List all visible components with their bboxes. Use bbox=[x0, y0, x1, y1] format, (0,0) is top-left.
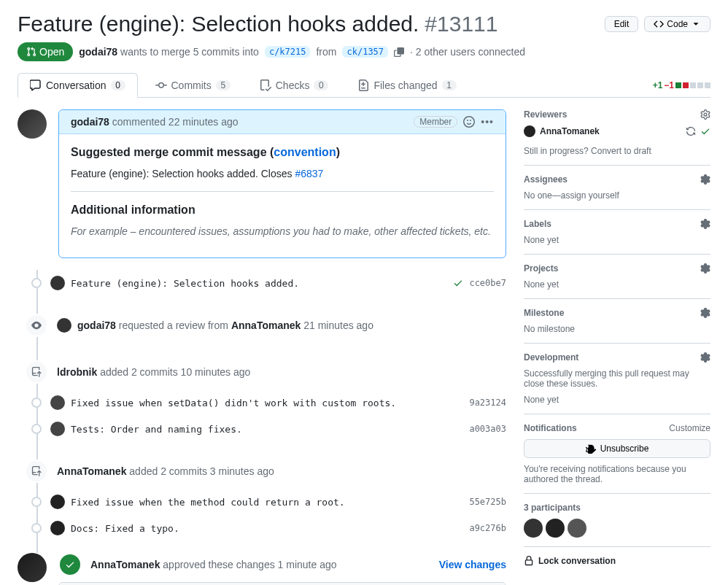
code-label: Code bbox=[667, 19, 688, 29]
tab-commits[interactable]: Commits 5 bbox=[144, 73, 242, 97]
state-badge: Open bbox=[18, 42, 73, 61]
avatar[interactable] bbox=[524, 125, 535, 137]
notifications-heading: Notifications bbox=[524, 423, 577, 433]
reviewer-name[interactable]: AnnaTomanek bbox=[540, 126, 600, 136]
review-author[interactable]: AnnaTomanek bbox=[90, 559, 160, 570]
review-target[interactable]: AnnaTomanek bbox=[231, 319, 301, 331]
comment-time[interactable]: 22 minutes ago bbox=[169, 116, 239, 128]
commit-message[interactable]: Fixed issue when the method could return… bbox=[71, 497, 345, 508]
additional-info-heading: Additional information bbox=[71, 204, 494, 217]
commit-message[interactable]: Feature (engine): Selection hooks added. bbox=[71, 278, 299, 289]
commit-hash[interactable]: 9a23124 bbox=[469, 398, 506, 408]
code-button[interactable]: Code bbox=[644, 16, 710, 32]
avatar[interactable] bbox=[57, 318, 71, 333]
member-badge: Member bbox=[414, 116, 457, 128]
notifications-desc: You're receiving notifications because y… bbox=[524, 464, 710, 484]
assign-yourself-link[interactable]: assign yourself bbox=[561, 190, 619, 201]
convert-draft-link[interactable]: Convert to draft bbox=[591, 146, 651, 156]
check-icon[interactable] bbox=[453, 278, 463, 288]
avatar[interactable] bbox=[524, 519, 543, 538]
commit-message-heading: Suggested merge commit message (conventi… bbox=[71, 146, 494, 159]
labels-none: None yet bbox=[524, 235, 710, 245]
gear-icon[interactable] bbox=[700, 109, 710, 120]
commit-message[interactable]: Docs: Fixed a typo. bbox=[71, 523, 179, 534]
gear-icon[interactable] bbox=[700, 263, 710, 274]
commit-hash[interactable]: a003a03 bbox=[469, 424, 506, 434]
commit-dot-icon bbox=[31, 398, 42, 408]
event-author[interactable]: AnnaTomanek bbox=[57, 465, 126, 477]
development-desc: Successfully merging this pull request m… bbox=[524, 368, 710, 389]
avatar[interactable] bbox=[50, 422, 65, 436]
git-commit-icon bbox=[155, 80, 167, 91]
head-branch[interactable]: ck/1357 bbox=[342, 46, 388, 58]
sync-icon[interactable] bbox=[686, 126, 696, 136]
comment-author[interactable]: godai78 bbox=[71, 116, 109, 128]
checks-count: 0 bbox=[314, 80, 328, 90]
check-badge-icon bbox=[58, 553, 82, 576]
pr-number: #13111 bbox=[425, 12, 497, 36]
tab-checks[interactable]: Checks 0 bbox=[248, 73, 341, 97]
avatar[interactable] bbox=[50, 276, 65, 290]
edit-button[interactable]: Edit bbox=[605, 16, 639, 32]
milestone-none: No milestone bbox=[524, 324, 710, 334]
avatar[interactable] bbox=[568, 519, 586, 538]
unsubscribe-button[interactable]: Unsubscribe bbox=[524, 439, 710, 458]
commit-hash[interactable]: 55e725b bbox=[469, 497, 506, 507]
reviewers-heading: Reviewers bbox=[524, 109, 567, 120]
copy-icon[interactable] bbox=[394, 47, 404, 57]
bell-slash-icon bbox=[586, 443, 596, 454]
commit-hash[interactable]: cce0be7 bbox=[469, 278, 506, 288]
avatar[interactable] bbox=[50, 395, 65, 410]
commits-count: 5 bbox=[216, 80, 231, 90]
assignees-heading: Assignees bbox=[524, 174, 568, 185]
participants-heading: 3 participants bbox=[524, 503, 710, 513]
git-pull-request-icon bbox=[26, 47, 36, 57]
pr-title: Feature (engine): Selection hooks added. bbox=[18, 12, 419, 36]
commit-message[interactable]: Tests: Order and naming fixes. bbox=[71, 424, 242, 435]
development-none: None yet bbox=[524, 395, 710, 405]
customize-link[interactable]: Customize bbox=[669, 423, 710, 433]
commit-dot-icon bbox=[31, 523, 42, 533]
commit-dot-icon bbox=[31, 424, 42, 434]
tab-conversation[interactable]: Conversation 0 bbox=[18, 73, 138, 98]
comment-discussion-icon bbox=[30, 80, 42, 91]
commit-message[interactable]: Fixed issue when setData() didn't work w… bbox=[71, 398, 396, 408]
avatar[interactable] bbox=[50, 495, 65, 509]
conversation-count: 0 bbox=[111, 80, 125, 90]
issue-link[interactable]: #6837 bbox=[295, 168, 323, 179]
pr-author[interactable]: godai78 bbox=[79, 46, 117, 58]
files-count: 1 bbox=[442, 80, 457, 90]
repo-push-icon bbox=[25, 460, 48, 483]
commit-hash[interactable]: a9c276b bbox=[469, 523, 506, 533]
diffstat[interactable]: +1 −1 bbox=[653, 80, 710, 90]
avatar[interactable] bbox=[18, 109, 47, 139]
gear-icon[interactable] bbox=[700, 352, 710, 363]
tab-files-changed[interactable]: Files changed 1 bbox=[346, 73, 468, 97]
code-icon bbox=[654, 19, 664, 29]
milestone-heading: Milestone bbox=[524, 308, 564, 318]
base-branch[interactable]: c/k7215 bbox=[265, 46, 311, 58]
checklist-icon bbox=[260, 80, 271, 91]
gear-icon[interactable] bbox=[700, 308, 710, 318]
lock-conversation-link[interactable]: Lock conversation bbox=[524, 556, 710, 566]
lock-icon bbox=[524, 556, 534, 566]
avatar[interactable] bbox=[50, 521, 65, 535]
projects-none: None yet bbox=[524, 279, 710, 290]
view-changes-link[interactable]: View changes bbox=[439, 559, 506, 570]
smiley-icon[interactable] bbox=[463, 116, 475, 128]
event-author[interactable]: godai78 bbox=[77, 319, 116, 331]
repo-push-icon bbox=[25, 360, 48, 384]
avatar[interactable] bbox=[18, 553, 47, 582]
labels-heading: Labels bbox=[524, 219, 551, 229]
eye-badge-icon bbox=[25, 314, 48, 337]
convention-link[interactable]: convention bbox=[274, 146, 336, 158]
caret-down-icon bbox=[691, 19, 701, 29]
gear-icon[interactable] bbox=[700, 219, 710, 229]
connected-users: · 2 other users connected bbox=[410, 46, 525, 58]
kebab-icon[interactable]: ••• bbox=[481, 116, 494, 128]
projects-heading: Projects bbox=[524, 263, 558, 274]
gear-icon[interactable] bbox=[700, 174, 710, 185]
file-diff-icon bbox=[357, 80, 369, 91]
event-author[interactable]: ldrobnik bbox=[57, 366, 97, 378]
avatar[interactable] bbox=[546, 519, 565, 538]
